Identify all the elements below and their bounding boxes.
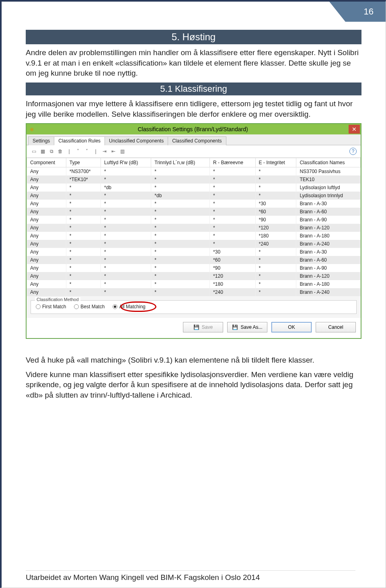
table-cell[interactable]: Brann - A-120	[296, 272, 361, 280]
table-cell[interactable]: *	[151, 240, 210, 248]
table-cell[interactable]: *	[151, 280, 210, 288]
table-cell[interactable]: *	[66, 280, 101, 288]
col-integritet[interactable]: E - Integritet	[255, 158, 296, 167]
close-button[interactable]: ✕	[349, 125, 360, 134]
table-cell[interactable]: Lydisolasjon luftlyd	[296, 184, 361, 192]
table-cell[interactable]: *	[255, 175, 296, 184]
table-cell[interactable]: *	[151, 232, 210, 240]
table-cell[interactable]: *db	[151, 192, 210, 200]
table-cell[interactable]: *	[151, 184, 210, 192]
table-cell[interactable]: *	[66, 272, 101, 280]
table-cell[interactable]: *30	[255, 200, 296, 208]
save-button[interactable]: 💾 Save	[183, 322, 223, 332]
table-row[interactable]: Any****60*Brann - A-60	[27, 256, 361, 264]
radio-first-match[interactable]: First Match	[36, 304, 66, 309]
table-cell[interactable]: *	[151, 200, 210, 208]
table-cell[interactable]: Any	[27, 240, 66, 248]
table-cell[interactable]: *	[255, 264, 296, 272]
table-cell[interactable]: *	[255, 288, 296, 296]
table-cell[interactable]: *	[66, 184, 101, 192]
table-cell[interactable]: *	[101, 192, 151, 200]
table-cell[interactable]: *	[66, 232, 101, 240]
table-cell[interactable]: Any	[27, 224, 66, 232]
table-cell[interactable]: Any	[27, 288, 66, 296]
table-cell[interactable]: Brann - A-180	[296, 232, 361, 240]
add-rows-icon[interactable]: ▦	[39, 148, 46, 155]
table-cell[interactable]: *	[66, 240, 101, 248]
table-cell[interactable]: *	[66, 192, 101, 200]
table-cell[interactable]: TEK10	[296, 175, 361, 184]
table-cell[interactable]: Brann - A-90	[296, 216, 361, 224]
table-cell[interactable]: *	[101, 216, 151, 224]
table-cell[interactable]: *	[151, 248, 210, 256]
table-row[interactable]: Any***db**Lydisolasjon trinnlyd	[27, 192, 361, 200]
table-cell[interactable]: Any	[27, 280, 66, 288]
table-cell[interactable]: *	[66, 224, 101, 232]
table-cell[interactable]: *	[210, 240, 255, 248]
tab-classification-rules[interactable]: Classification Rules	[54, 136, 105, 145]
table-cell[interactable]: Any	[27, 272, 66, 280]
table-cell[interactable]: Brann - A-60	[296, 208, 361, 216]
table-cell[interactable]: *	[101, 224, 151, 232]
table-cell[interactable]: *	[151, 256, 210, 264]
table-cell[interactable]: *	[101, 272, 151, 280]
table-row[interactable]: Any****240*Brann - A-240	[27, 288, 361, 296]
table-cell[interactable]: *	[210, 208, 255, 216]
table-cell[interactable]: *90	[255, 216, 296, 224]
add-row-icon[interactable]: ▭	[31, 148, 37, 155]
table-cell[interactable]: *	[66, 216, 101, 224]
table-cell[interactable]: *	[151, 272, 210, 280]
move-down-icon[interactable]: ˅	[84, 148, 90, 155]
table-cell[interactable]: *	[66, 264, 101, 272]
col-luftlyd[interactable]: Luftlyd R'w (dB)	[101, 158, 151, 167]
table-cell[interactable]: *180	[255, 232, 296, 240]
table-cell[interactable]: *NS3700*	[66, 167, 101, 176]
table-cell[interactable]: *120	[255, 224, 296, 232]
table-cell[interactable]: Any	[27, 248, 66, 256]
table-cell[interactable]: *60	[255, 208, 296, 216]
import-icon[interactable]: ⇥	[101, 148, 108, 155]
cancel-button[interactable]: Cancel	[316, 322, 356, 332]
col-classnames[interactable]: Classification Names	[296, 158, 361, 167]
table-cell[interactable]: Brann - A-240	[296, 288, 361, 296]
table-cell[interactable]: *	[151, 216, 210, 224]
table-cell[interactable]: *	[151, 175, 210, 184]
table-cell[interactable]: *	[210, 175, 255, 184]
table-cell[interactable]: *	[101, 175, 151, 184]
table-cell[interactable]: *	[66, 208, 101, 216]
table-cell[interactable]: *	[101, 248, 151, 256]
table-cell[interactable]: *	[210, 200, 255, 208]
table-cell[interactable]: Any	[27, 208, 66, 216]
table-row[interactable]: Any*****240Brann - A-240	[27, 240, 361, 248]
table-row[interactable]: Any*****180Brann - A-180	[27, 232, 361, 240]
table-row[interactable]: Any*NS3700*****NS3700 Passivhus	[27, 167, 361, 176]
columns-icon[interactable]: ▥	[119, 148, 125, 155]
table-cell[interactable]: Any	[27, 175, 66, 184]
table-row[interactable]: Any*****120Brann - A-120	[27, 224, 361, 232]
table-cell[interactable]: *	[255, 256, 296, 264]
table-cell[interactable]: Brann - A-30	[296, 248, 361, 256]
tab-settings[interactable]: Settings	[28, 136, 54, 145]
radio-best-match[interactable]: Best Match	[74, 304, 105, 309]
table-cell[interactable]: Any	[27, 167, 66, 176]
table-cell[interactable]: Lydisolasjon trinnlyd	[296, 192, 361, 200]
tab-classified[interactable]: Classified Components	[168, 136, 226, 145]
export-icon[interactable]: ⇤	[110, 148, 117, 155]
table-cell[interactable]: *	[101, 232, 151, 240]
radio-all-matching[interactable]: All Matching	[113, 304, 145, 309]
delete-icon[interactable]: 🗑	[57, 148, 64, 155]
table-cell[interactable]: Brann - A-60	[296, 256, 361, 264]
table-cell[interactable]: *	[210, 216, 255, 224]
table-cell[interactable]: *	[255, 184, 296, 192]
table-cell[interactable]: *	[255, 192, 296, 200]
table-cell[interactable]: *db	[101, 184, 151, 192]
table-cell[interactable]: *	[210, 192, 255, 200]
table-cell[interactable]: NS3700 Passivhus	[296, 167, 361, 176]
table-cell[interactable]: *30	[210, 248, 255, 256]
table-cell[interactable]: *	[66, 200, 101, 208]
table-cell[interactable]: Brann - A-30	[296, 200, 361, 208]
save-as-button[interactable]: 💾 Save As...	[227, 322, 267, 332]
table-cell[interactable]: Any	[27, 200, 66, 208]
table-cell[interactable]: *	[101, 288, 151, 296]
table-cell[interactable]: Brann - A-90	[296, 264, 361, 272]
